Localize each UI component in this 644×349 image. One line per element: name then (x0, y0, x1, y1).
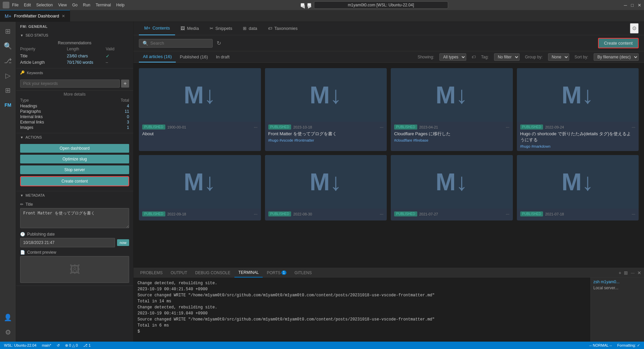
metadata-title[interactable]: ▼ METADATA (16, 191, 133, 199)
menu-go[interactable]: Go (72, 3, 77, 7)
card-more-2[interactable]: ··· (506, 124, 509, 130)
term-tab-problems[interactable]: PROBLEMS (136, 268, 167, 278)
keywords-input[interactable] (20, 80, 120, 88)
article-card-3[interactable]: M↓ PUBLISHED 2022-09-24 ··· Hugo の short… (517, 68, 639, 151)
address-bar[interactable]: m1yam0t0.com [WSL: Ubuntu-22.04] (314, 1, 448, 9)
activity-accounts-icon[interactable]: 👤 (1, 311, 15, 324)
menu-edit[interactable]: Edit (24, 3, 31, 7)
optimize-slug-button[interactable]: Optimize slug (20, 155, 129, 163)
nav-back-button[interactable]: ◀ (301, 3, 305, 7)
tab-frontmatter[interactable]: M+ FrontMatter Dashboard ✕ (0, 10, 70, 22)
title-field[interactable]: Front Matter を使ってブログを書く (20, 208, 129, 228)
menu-run[interactable]: Run (83, 3, 90, 7)
article-card-2[interactable]: M↓ PUBLISHED 2023-04-21 ··· Cloudflare P… (391, 68, 513, 151)
article-card-0[interactable]: M↓ PUBLISHED 1900-00-01 ··· About (139, 68, 261, 151)
minimize-icon[interactable]: ─ (624, 3, 627, 8)
publishing-date-input[interactable] (20, 238, 115, 247)
menu-selection[interactable]: Selection (36, 3, 53, 7)
rec-title: Recommendations (20, 41, 129, 45)
git-branch[interactable]: main* (42, 343, 51, 347)
open-dashboard-button[interactable]: Open dashboard (20, 144, 129, 153)
card-more-5[interactable]: ··· (380, 211, 383, 216)
card-more-7[interactable]: ··· (632, 211, 635, 216)
fm-topnav: M+ Contents 🖼 Media ✂ Snippets ⊞ data 🏷 … (133, 22, 644, 35)
maximize-icon[interactable]: □ (631, 3, 634, 8)
term-add-icon[interactable]: + (619, 270, 621, 276)
refresh-button[interactable]: ↻ (217, 40, 221, 46)
external-links-label: External links (20, 120, 86, 124)
fm-tab-taxonomies[interactable]: 🏷 Taxonomies (263, 22, 303, 35)
activity-fm-icon[interactable]: FM (1, 98, 15, 112)
card-thumbnail-6: M↓ (391, 155, 513, 209)
filter-in-draft[interactable]: In draft (212, 52, 233, 62)
showing-select[interactable]: All types (439, 53, 466, 61)
more-details-content: More details Type Total Headings 4 Parag… (16, 91, 133, 133)
term-tab-terminal[interactable]: TERMINAL (234, 268, 263, 278)
fm-settings-button[interactable]: ⚙ (630, 23, 639, 34)
activity-debug-icon[interactable]: ▷ (1, 69, 15, 82)
activity-settings-icon[interactable]: ⚙ (1, 326, 15, 339)
term-tab-output[interactable]: OUTPUT (167, 268, 191, 278)
now-button[interactable]: now (117, 239, 129, 246)
card-meta-2: PUBLISHED 2023-04-21 ··· (394, 124, 509, 130)
menu-help[interactable]: Help (116, 3, 125, 7)
card-tags-2: #cloudflare #firebase (394, 138, 509, 142)
search-input[interactable] (150, 41, 209, 46)
close-icon[interactable]: ✕ (638, 3, 641, 8)
fm-tab-contents[interactable]: M+ Contents (139, 22, 175, 35)
term-split-icon[interactable]: ⊞ (624, 270, 628, 276)
sync-icon[interactable]: ↺ (57, 343, 60, 348)
group-by-select[interactable]: None (548, 53, 569, 61)
terminal-session-zsh[interactable]: zsh m1yam0... (593, 280, 641, 284)
article-card-5[interactable]: M↓ PUBLISHED 2022-08-30 ··· (265, 155, 387, 220)
term-tab-debug[interactable]: DEBUG CONSOLE (191, 268, 234, 278)
nav-forward-button[interactable]: ▶ (307, 3, 311, 7)
seo-status-title[interactable]: ▼ SEO STATUS (16, 31, 133, 39)
menu-view[interactable]: View (58, 3, 67, 7)
card-more-1[interactable]: ··· (380, 124, 383, 130)
add-keyword-button[interactable]: + (121, 80, 129, 88)
filter-all-articles[interactable]: All articles (16) (139, 51, 176, 62)
wsl-indicator[interactable]: WSL: Ubuntu-22.04 (4, 343, 37, 347)
term-tab-ports[interactable]: PORTS 1 (263, 268, 290, 278)
media-icon: 🖼 (180, 26, 185, 31)
stop-server-button[interactable]: Stop server (20, 165, 129, 174)
menu-file[interactable]: File (12, 3, 18, 7)
article-card-1[interactable]: M↓ PUBLISHED 2023-10-18 ··· Front Matter… (265, 68, 387, 151)
article-card-6[interactable]: M↓ PUBLISHED 2021-07-27 ··· (391, 155, 513, 220)
term-more-icon[interactable]: ··· (631, 270, 635, 276)
term-close-icon[interactable]: ✕ (637, 270, 641, 276)
card-more-3[interactable]: ··· (632, 124, 635, 130)
create-content-button[interactable]: Create content (598, 38, 639, 48)
keywords-title[interactable]: 🔑 Keywords (16, 68, 133, 77)
create-content-sidebar-button[interactable]: Create content (20, 176, 129, 186)
terminal-line: 2023-10-19 00:40:21.540 +0900 (138, 286, 586, 292)
tag-label: Tag: (481, 55, 489, 59)
tab-close-icon[interactable]: ✕ (62, 14, 65, 18)
fm-tab-media[interactable]: 🖼 Media (175, 22, 204, 35)
card-thumbnail-0: M↓ (139, 68, 261, 122)
activity-explorer-icon[interactable]: ⊞ (1, 24, 15, 38)
terminal-line: Change detected, rebuilding site. (138, 280, 586, 286)
tag-select[interactable]: No filter (494, 53, 520, 61)
term-tab-gitlens[interactable]: GITLENS (290, 268, 316, 278)
fm-tab-snippets[interactable]: ✂ Snippets (204, 22, 238, 35)
terminal-session-server[interactable]: Local server... (593, 286, 641, 290)
activity-search-icon[interactable]: 🔍 (1, 39, 15, 53)
card-more-4[interactable]: ··· (254, 211, 258, 216)
sort-by-select[interactable]: By filename (desc) (594, 53, 639, 61)
filter-published[interactable]: Published (16) (176, 52, 212, 62)
terminal-content[interactable]: Change detected, rebuilding site.2023-10… (133, 278, 590, 342)
card-more-0[interactable]: ··· (254, 124, 258, 130)
card-thumbnail-1: M↓ (265, 68, 387, 122)
data-label: data (249, 26, 257, 31)
activity-extensions-icon[interactable]: ⊞ (1, 84, 15, 97)
article-card-7[interactable]: M↓ PUBLISHED 2021-07-18 ··· (517, 155, 639, 220)
menu-terminal[interactable]: Terminal (96, 3, 111, 7)
activity-git-icon[interactable]: ⎇ (1, 54, 15, 67)
card-more-6[interactable]: ··· (506, 211, 509, 216)
tag-icon: 🏷 (472, 55, 476, 59)
article-card-4[interactable]: M↓ PUBLISHED 2022-09-18 ··· (139, 155, 261, 220)
fm-tab-data[interactable]: ⊞ data (237, 22, 262, 35)
card-meta-6: PUBLISHED 2021-07-27 ··· (394, 211, 509, 216)
